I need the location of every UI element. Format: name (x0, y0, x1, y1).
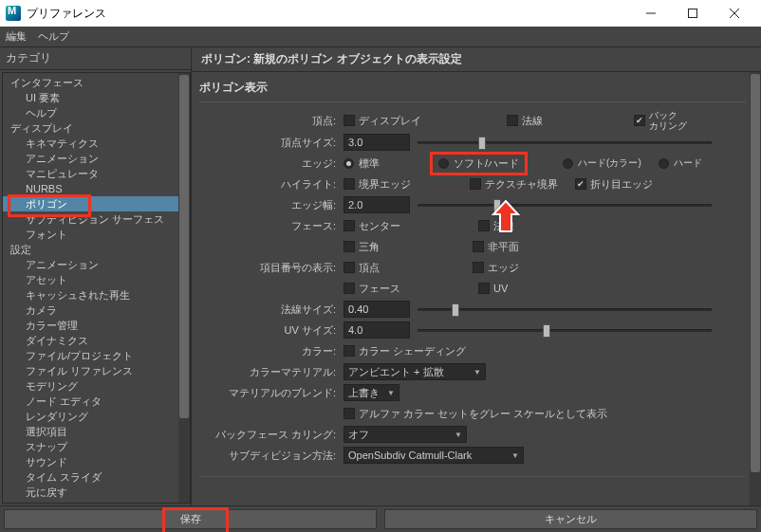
slider-uv-size[interactable] (418, 321, 712, 339)
sidebar-item[interactable]: ポリゴン (3, 196, 178, 211)
chevron-down-icon: ▼ (511, 451, 519, 460)
sidebar-item[interactable]: アニメーション (3, 257, 178, 272)
slider-vertex-size[interactable] (418, 134, 712, 151)
input-edge-width[interactable] (343, 196, 410, 213)
input-vertex-size[interactable] (343, 134, 410, 151)
radio-edge-softhard-label: ソフト/ハード (454, 156, 519, 171)
sidebar-item[interactable]: スナップ (3, 439, 178, 454)
sidebar-item[interactable]: タイム スライダ (3, 469, 178, 485)
chk-vertex-normal[interactable]: 法線 (507, 114, 543, 128)
save-button[interactable]: 保存 (4, 509, 377, 529)
sidebar-item[interactable]: ダイナミクス (3, 333, 178, 348)
chk-vertex-display[interactable]: ディスプレイ (343, 114, 421, 128)
cancel-button[interactable]: キャンセル (384, 509, 757, 529)
minimize-button[interactable] (630, 0, 672, 27)
chevron-down-icon: ▼ (455, 431, 462, 439)
label-face: フェース: (205, 219, 343, 233)
input-uv-size[interactable] (343, 321, 410, 339)
chk-hl-crease[interactable]: 折り目エッジ (575, 177, 653, 192)
chk-color-shading-label: カラー シェーディング (359, 344, 466, 358)
slider-normal-size[interactable] (418, 301, 712, 318)
chk-itemno-uv[interactable]: UV (478, 283, 508, 294)
chk-face-center[interactable]: センター (343, 219, 400, 233)
chk-hl-crease-label: 折り目エッジ (590, 177, 653, 192)
chk-face-normal[interactable]: 法線 (478, 219, 514, 233)
radio-edge-softhard[interactable]: ソフト/ハード (435, 156, 523, 172)
sidebar-item[interactable]: サブディビジョン サーフェス (3, 211, 178, 227)
label-color-material: カラーマテリアル: (205, 365, 343, 379)
chk-face-triangle[interactable]: 三角 (343, 240, 380, 254)
chk-itemno-face[interactable]: フェース (343, 282, 400, 296)
sidebar-item[interactable]: モデリング (3, 378, 178, 394)
sidebar-item[interactable]: マニピュレータ (3, 166, 178, 181)
chk-hl-border[interactable]: 境界エッジ (343, 177, 411, 192)
sidebar-item[interactable]: カメラ (3, 303, 178, 318)
combo-color-material-value: アンビエント + 拡散 (348, 365, 444, 379)
input-normal-size[interactable] (343, 301, 410, 318)
panel-title: ポリゴン表示 (199, 80, 746, 96)
sidebar-item[interactable]: 設定 (3, 242, 178, 257)
label-edge-width: エッジ幅: (205, 198, 343, 212)
chk-itemno-edge-label: エッジ (488, 261, 519, 275)
sidebar-item[interactable]: 元に戻す (3, 485, 178, 500)
sidebar-item[interactable]: 選択項目 (3, 424, 178, 439)
radio-edge-hard[interactable]: ハード (659, 156, 702, 170)
sidebar-item[interactable]: アセット (3, 272, 178, 287)
chk-vertex-backcull-label: バックカリング (649, 110, 687, 131)
chk-alpha-grayscale[interactable]: アルファ カラー セットをグレー スケールとして表示 (343, 407, 607, 421)
chk-hl-texborder-label: テクスチャ境界 (485, 177, 558, 192)
sidebar-item[interactable]: NURBS (3, 181, 178, 196)
label-subdiv: サブディビジョン方法: (205, 449, 343, 463)
sidebar-item[interactable]: キネマティクス (3, 136, 178, 151)
label-highlight: ハイライト: (205, 177, 343, 192)
app-logo-icon (6, 6, 21, 21)
chk-face-nonplanar-label: 非平面 (488, 240, 519, 254)
sidebar-item[interactable]: UI 要素 (3, 90, 178, 105)
maximize-button[interactable] (672, 0, 714, 27)
chk-face-triangle-label: 三角 (359, 240, 380, 254)
chk-color-shading[interactable]: カラー シェーディング (343, 344, 466, 358)
combo-color-material[interactable]: アンビエント + 拡散▼ (343, 363, 486, 380)
radio-edge-standard[interactable]: 標準 (343, 156, 380, 171)
sidebar-item[interactable]: ディスプレイ (3, 120, 178, 136)
sidebar-item[interactable]: フォント (3, 227, 178, 242)
combo-material-blend-value: 上書き (348, 386, 380, 400)
label-vertex-size: 頂点サイズ: (205, 136, 343, 150)
footer: 保存 キャンセル (0, 505, 761, 532)
menu-edit[interactable]: 編集 (6, 29, 27, 44)
sidebar-scrollbar-thumb[interactable] (179, 75, 189, 418)
main-scrollbar-thumb[interactable] (751, 74, 760, 472)
chk-vertex-backcull[interactable]: バックカリング (634, 110, 687, 131)
label-backface-cull: バックフェース カリング: (205, 428, 343, 442)
sidebar-item[interactable]: XGen (3, 500, 178, 503)
sidebar-item[interactable]: レンダリング (3, 409, 178, 424)
chk-hl-texborder[interactable]: テクスチャ境界 (470, 177, 558, 192)
chk-itemno-vertex[interactable]: 頂点 (343, 261, 380, 275)
sidebar-item[interactable]: ファイル リファレンス (3, 363, 178, 378)
combo-backface-cull[interactable]: オフ▼ (343, 426, 467, 443)
slider-edge-width[interactable] (418, 196, 712, 213)
category-list: インタフェースUI 要素ヘルプディスプレイキネマティクスアニメーションマニピュレ… (2, 72, 191, 504)
sidebar-item[interactable]: アニメーション (3, 151, 178, 166)
sidebar-item[interactable]: ファイル/プロジェクト (3, 348, 178, 363)
chk-itemno-edge[interactable]: エッジ (473, 261, 519, 275)
sidebar-item[interactable]: カラー管理 (3, 318, 178, 333)
window-title: プリファレンス (27, 6, 630, 22)
combo-backface-cull-value: オフ (348, 428, 369, 442)
sidebar-item[interactable]: サウンド (3, 454, 178, 469)
main-scrollbar[interactable] (750, 72, 761, 505)
sidebar-item[interactable]: ヘルプ (3, 105, 178, 120)
sidebar-item[interactable]: ノード エディタ (3, 394, 178, 409)
chk-face-nonplanar[interactable]: 非平面 (473, 240, 519, 254)
menu-help[interactable]: ヘルプ (38, 29, 69, 44)
sidebar-item[interactable]: インタフェース (3, 75, 178, 90)
label-vertex: 頂点: (205, 114, 343, 128)
combo-material-blend[interactable]: 上書き▼ (343, 384, 399, 401)
combo-subdiv[interactable]: OpenSubdiv Catmull-Clark▼ (343, 447, 524, 464)
sidebar-scrollbar[interactable] (178, 73, 190, 503)
sidebar-item[interactable]: キャッシュされた再生 (3, 287, 178, 303)
radio-edge-hardcolor-label: ハード(カラー) (578, 156, 641, 170)
chk-vertex-display-label: ディスプレイ (359, 114, 421, 128)
radio-edge-hardcolor[interactable]: ハード(カラー) (563, 156, 641, 170)
close-button[interactable] (714, 0, 755, 27)
